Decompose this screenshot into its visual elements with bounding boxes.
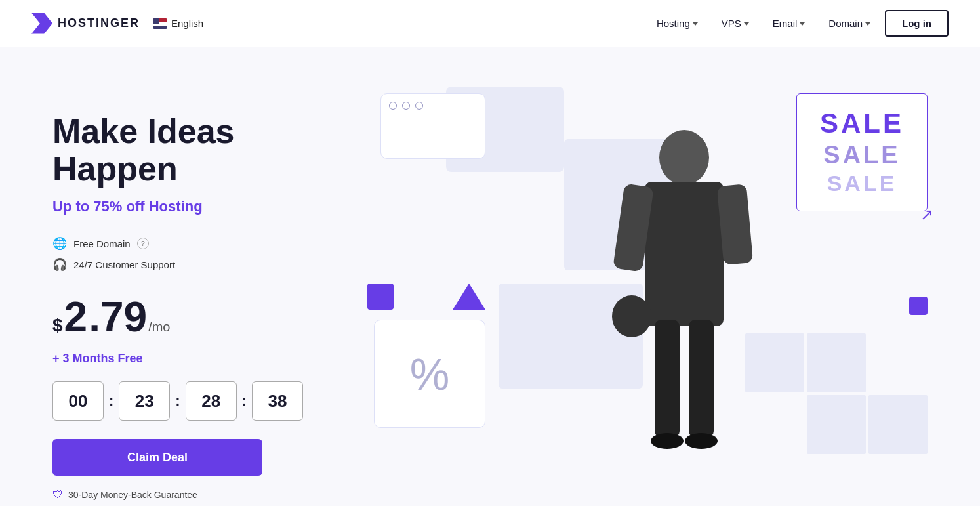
hero-content: Make Ideas Happen Up to 75% off Hosting … [52, 87, 367, 501]
price-block: $ 2 .79 /mo [52, 293, 367, 341]
svg-point-7 [651, 433, 684, 449]
hero-subtitle: Up to 75% off Hosting [52, 198, 367, 215]
svg-rect-1 [645, 182, 724, 326]
logo-icon [31, 13, 52, 34]
grid-sq-6 [868, 395, 928, 454]
feature-free-domain: 🌐 Free Domain ? [52, 236, 367, 251]
deco-purple-left [367, 284, 394, 310]
flag-icon [153, 18, 167, 29]
chevron-down-icon [800, 22, 805, 26]
svg-point-0 [659, 130, 709, 185]
browser-dot-1 [389, 102, 397, 110]
sale-text-2: SALE [823, 142, 900, 169]
svg-rect-4 [655, 320, 680, 438]
sale-text-3: SALE [827, 171, 897, 196]
percent-symbol: % [410, 348, 449, 400]
feature-list: 🌐 Free Domain ? 🎧 24/7 Customer Support [52, 236, 367, 272]
sale-card: SALE SALE SALE ↗ [796, 93, 928, 211]
hero-visual: SALE SALE SALE ↗ % [367, 87, 928, 467]
claim-deal-button[interactable]: Claim Deal [52, 439, 262, 476]
guarantee-text: 🛡 30-Day Money-Back Guarantee [52, 489, 367, 501]
sale-text-1: SALE [820, 108, 904, 138]
person-silhouette [592, 113, 776, 467]
nav-vps[interactable]: VPS [712, 12, 758, 34]
browser-dots [389, 102, 477, 110]
chevron-down-icon [865, 22, 870, 26]
deco-purple-right [909, 297, 928, 315]
header: HOSTINGER English Hosting VPS Email Doma… [0, 0, 980, 47]
main-nav: Hosting VPS Email Domain Log in [647, 10, 949, 37]
globe-icon: 🌐 [52, 236, 67, 251]
percent-card: % [374, 320, 485, 428]
grid-sq-5 [807, 395, 866, 454]
deco-triangle [453, 284, 485, 310]
countdown-frames: 38 [252, 381, 303, 421]
feature-support: 🎧 24/7 Customer Support [52, 257, 367, 272]
info-icon[interactable]: ? [137, 238, 149, 249]
login-button[interactable]: Log in [885, 10, 949, 37]
logo[interactable]: HOSTINGER [31, 13, 140, 34]
time-separator: : [242, 392, 247, 410]
time-separator: : [109, 392, 113, 410]
nav-domain[interactable]: Domain [819, 12, 880, 34]
browser-dot-3 [415, 102, 423, 110]
svg-point-8 [685, 433, 718, 449]
browser-dot-2 [402, 102, 410, 110]
grid-sq-3 [868, 333, 928, 392]
price-display: $ 2 .79 /mo [52, 293, 367, 341]
language-selector[interactable]: English [153, 18, 203, 29]
grid-sq-2 [807, 333, 866, 392]
countdown-hours: 00 [52, 381, 104, 421]
nav-email[interactable]: Email [764, 12, 815, 34]
svg-point-6 [612, 295, 651, 337]
shield-icon: 🛡 [52, 489, 63, 501]
hero-title: Make Ideas Happen [52, 113, 367, 188]
cursor-icon: ↗ [920, 205, 933, 224]
time-separator: : [175, 392, 180, 410]
language-label: English [171, 18, 203, 29]
svg-rect-5 [689, 320, 714, 438]
countdown-minutes: 23 [119, 381, 170, 421]
price-period: /mo [148, 320, 170, 335]
logo-text: HOSTINGER [58, 16, 140, 30]
header-left: HOSTINGER English [31, 13, 203, 34]
chevron-down-icon [693, 22, 698, 26]
hero-section: Make Ideas Happen Up to 75% off Hosting … [0, 47, 980, 506]
headset-icon: 🎧 [52, 257, 67, 272]
price-integer: 2 [64, 293, 88, 341]
countdown-timer: 00 : 23 : 28 : 38 [52, 381, 367, 421]
free-months: + 3 Months Free [52, 352, 367, 366]
chevron-down-icon [744, 22, 749, 26]
nav-hosting[interactable]: Hosting [647, 12, 707, 34]
countdown-seconds: 28 [186, 381, 237, 421]
price-decimal: .79 [89, 293, 147, 341]
browser-card [380, 93, 485, 159]
